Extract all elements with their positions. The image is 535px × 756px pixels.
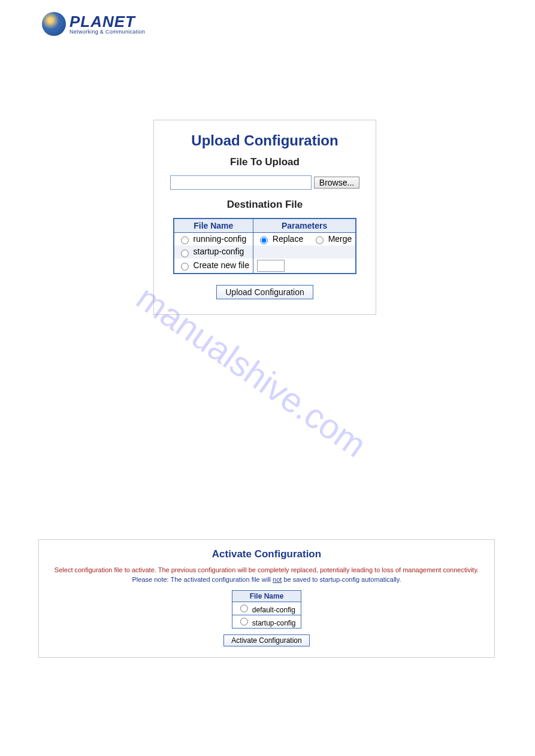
brand-logo: PLANET Networking & Communication [42, 12, 145, 36]
label-create-new-file: Create new file [194, 260, 249, 270]
label-merge: Merge [328, 234, 352, 244]
column-header-filename: File Name [174, 218, 253, 233]
note-underlined: not [273, 576, 282, 583]
row-running-config: running-config Replace Merge [174, 233, 356, 246]
activate-configuration-panel: Activate Configuration Select configurat… [38, 539, 495, 658]
radio-merge[interactable] [316, 236, 324, 244]
upload-title: Upload Configuration [154, 132, 376, 149]
file-path-input[interactable] [170, 175, 312, 190]
row-startup-config: startup-config [174, 245, 356, 258]
activate-note-text: Please note: The activated configuration… [39, 576, 494, 583]
label-activate-startup-config: startup-config [252, 619, 296, 627]
logo-tagline: Networking & Communication [69, 29, 145, 35]
browse-button[interactable]: Browse... [314, 177, 359, 189]
note-post: be saved to startup-config automatically… [282, 576, 401, 583]
logo-name: PLANET [69, 14, 145, 29]
activate-title: Activate Configuration [39, 548, 494, 560]
activate-file-table: File Name default-config startup-config [232, 590, 301, 629]
activate-header-filename: File Name [232, 591, 301, 602]
file-upload-row: Browse... [154, 175, 376, 190]
label-startup-config: startup-config [194, 247, 244, 256]
activate-configuration-button[interactable]: Activate Configuration [223, 634, 309, 646]
label-default-config: default-config [252, 606, 295, 614]
radio-create-new-file[interactable] [181, 263, 189, 271]
radio-startup-config[interactable] [181, 250, 189, 257]
logo-text: PLANET Networking & Communication [69, 14, 145, 35]
upload-configuration-panel: Upload Configuration File To Upload Brow… [153, 120, 376, 315]
globe-icon [42, 12, 66, 36]
destination-file-table: File Name Parameters running-config Repl… [173, 218, 357, 274]
radio-replace[interactable] [260, 236, 268, 244]
activate-warning-text: Select configuration file to activate. T… [39, 566, 494, 573]
file-to-upload-heading: File To Upload [154, 156, 376, 168]
radio-default-config[interactable] [240, 605, 248, 612]
note-pre: Please note: The activated configuration… [132, 576, 273, 583]
upload-configuration-button[interactable]: Upload Configuration [216, 285, 313, 299]
radio-activate-startup-config[interactable] [240, 618, 248, 626]
label-replace: Replace [273, 234, 303, 244]
radio-running-config[interactable] [181, 236, 189, 244]
row-activate-startup-config: startup-config [232, 615, 301, 629]
row-default-config: default-config [232, 602, 301, 615]
label-running-config: running-config [194, 234, 247, 244]
new-file-name-input[interactable] [257, 260, 285, 272]
row-create-new-file: Create new file [174, 259, 356, 274]
destination-file-heading: Destination File [154, 199, 376, 211]
column-header-parameters: Parameters [253, 218, 356, 233]
